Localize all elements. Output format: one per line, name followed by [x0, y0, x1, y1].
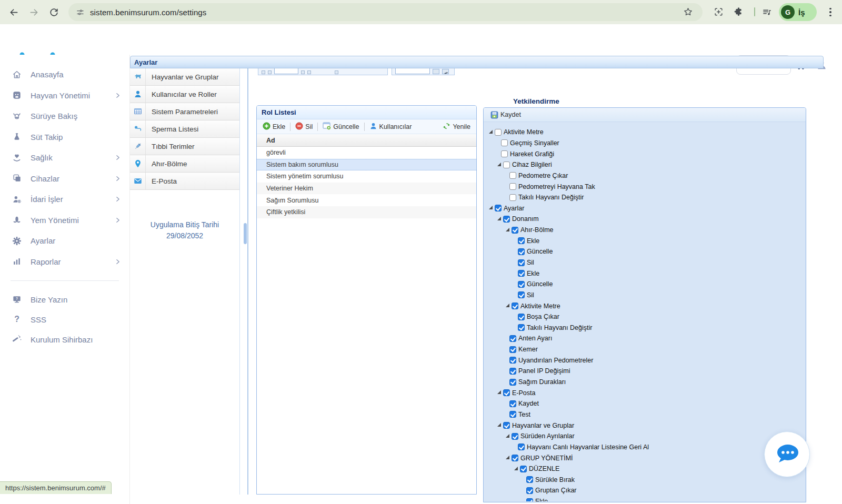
table-row[interactable]: görevli — [257, 147, 476, 159]
checkbox[interactable] — [503, 162, 510, 168]
tree-node-sil[interactable]: Sil — [485, 257, 805, 268]
tree-node-guncelle[interactable]: Güncelle — [485, 246, 805, 257]
screenshot-icon[interactable] — [714, 7, 724, 19]
tree-node-donanim[interactable]: Donanım — [485, 214, 805, 225]
pager-next-button[interactable] — [301, 70, 305, 74]
checkbox[interactable] — [512, 455, 518, 461]
checkbox[interactable] — [495, 205, 502, 211]
table-row[interactable]: Sistem yönetim sorumlusu — [257, 170, 476, 183]
expand-arrow-icon[interactable] — [489, 130, 493, 134]
checkbox[interactable] — [509, 400, 516, 407]
sidebar-item-bize-yazin[interactable]: ?Bize Yazın — [0, 289, 129, 309]
browser-reload-button[interactable] — [47, 6, 60, 18]
settings-menu-item-kullanicilar-ve-roller[interactable]: Kullanıcılar ve Roller — [130, 86, 239, 103]
sidebar-item-sss[interactable]: ?SSS — [0, 309, 129, 329]
browser-menu-icon[interactable] — [826, 6, 835, 18]
pager-page-input[interactable] — [274, 68, 298, 74]
tree-node-sagim-duraklari[interactable]: Sağım Durakları — [485, 377, 805, 388]
tree-node-pedometreyi-hayvana-tak[interactable]: Pedometreyi Hayvana Tak — [485, 181, 805, 192]
checkbox[interactable] — [509, 346, 516, 353]
refresh-button[interactable]: Yenile — [440, 121, 473, 133]
checkbox[interactable] — [509, 335, 516, 342]
checkbox[interactable] — [509, 411, 516, 418]
sidebar-item-idari-isler[interactable]: İdari İşler — [0, 189, 129, 210]
checkbox[interactable] — [501, 139, 508, 146]
sidebar-item-yem-yonetimi[interactable]: Yem Yönetimi — [0, 210, 129, 231]
scrollbar-thumb[interactable] — [244, 223, 247, 244]
reading-list-icon[interactable] — [762, 7, 772, 19]
expand-arrow-icon[interactable] — [497, 163, 501, 166]
search-input[interactable] — [395, 68, 430, 74]
tree-node-hareket-grafigi[interactable]: Hareket Grafiği — [485, 148, 805, 159]
tree-node-hayvanlar-ve-gruplar[interactable]: Hayvanlar ve Gruplar — [485, 420, 805, 431]
table-row[interactable]: Çiftlik yetkilisi — [257, 206, 476, 218]
table-row[interactable]: Sistem bakım sorumlusu — [257, 159, 476, 171]
guncelle-button[interactable]: Güncelle — [320, 120, 362, 133]
sidebar-item-ayarlar[interactable]: Ayarlar — [0, 230, 129, 251]
sidebar-item-kurulum-sihirbazi[interactable]: Kurulum Sihirbazı — [0, 329, 129, 349]
tree-node-ekle[interactable]: Ekle — [485, 268, 805, 279]
checkbox[interactable] — [518, 270, 525, 277]
browser-back-button[interactable] — [7, 6, 20, 18]
sidebar-item-anasayfa[interactable]: Anasayfa — [0, 64, 129, 85]
tree-node-surukle-birak[interactable]: Sürükle Bırak — [485, 475, 805, 486]
expand-arrow-icon[interactable] — [497, 217, 501, 220]
checkbox[interactable] — [509, 183, 516, 190]
sidebar-item-suruye-bakis[interactable]: Sürüye Bakış — [0, 106, 129, 127]
column-header-ad[interactable]: Ad — [257, 134, 476, 147]
checkbox[interactable] — [520, 466, 527, 472]
tree-node-ayarlar[interactable]: Ayarlar — [485, 203, 805, 214]
bookmark-star-icon[interactable] — [683, 7, 693, 19]
tree-node-cihaz-bilgileri[interactable]: Cihaz Bilgileri — [485, 159, 805, 170]
search-filter-button[interactable] — [442, 69, 449, 74]
checkbox[interactable] — [503, 389, 510, 396]
tree-node-takili-hayvani-degistir[interactable]: Takılı Hayvanı Değiştir — [485, 192, 805, 203]
checkbox[interactable] — [512, 303, 518, 309]
expand-arrow-icon[interactable] — [506, 456, 509, 459]
checkbox[interactable] — [518, 291, 525, 298]
tree-node-grup-yonetimi[interactable]: GRUP YÖNETİMİ — [485, 452, 805, 463]
tree-node-ahir-bolme[interactable]: Ahır-Bölme — [485, 225, 805, 236]
tree-node-uyandirilan-pedometreler[interactable]: Uyandırılan Pedometreler — [485, 355, 805, 366]
tree-node-ekle[interactable]: Ekle — [485, 235, 805, 246]
sidebar-item-hayvan-yonetimi[interactable]: Hayvan Yönetimi — [0, 85, 129, 106]
tree-node-anten-ayari[interactable]: Anten Ayarı — [485, 333, 805, 344]
settings-menu-item-ahir-bolme[interactable]: Ahır-Bölme — [130, 155, 239, 173]
checkbox[interactable] — [518, 281, 525, 288]
table-row[interactable]: Sağım Sorumlusu — [257, 194, 476, 206]
tree-node-gruptan-cikar[interactable]: Gruptan Çıkar — [485, 485, 805, 496]
expand-arrow-icon[interactable] — [489, 206, 493, 209]
tree-node-aktivite-metre[interactable]: Aktivite Metre — [485, 127, 805, 138]
chat-widget-button[interactable] — [764, 431, 810, 477]
checkbox[interactable] — [518, 443, 525, 450]
settings-menu-item-e-posta[interactable]: E-Posta — [130, 173, 239, 190]
tree-node-hayvani-canli-hayvanlar-listesine-geri-al[interactable]: Hayvanı Canlı Hayvanlar Listesine Geri A… — [485, 442, 805, 453]
checkbox[interactable] — [518, 248, 525, 255]
pager-last-button[interactable] — [307, 70, 311, 74]
ekle-button[interactable]: Ekle — [260, 121, 288, 133]
pager-prev-button[interactable] — [268, 70, 272, 74]
checkbox[interactable] — [526, 476, 533, 483]
tree-node-takili-hayvani-degistir[interactable]: Takılı Hayvanı Değiştir — [485, 322, 805, 334]
checkbox[interactable] — [503, 216, 510, 223]
tree-node-kemer[interactable]: Kemer — [485, 344, 805, 355]
tree-node-guncelle[interactable]: Güncelle — [485, 279, 805, 290]
tree-node-test[interactable]: Test — [485, 409, 805, 420]
sil-button[interactable]: Sil — [293, 121, 315, 133]
expand-arrow-icon[interactable] — [497, 390, 501, 394]
tree-node-aktivite-metre[interactable]: Aktivite Metre — [485, 300, 805, 311]
checkbox[interactable] — [512, 227, 518, 234]
tree-node-gecmis-sinyaller[interactable]: Geçmiş Sinyaller — [485, 138, 805, 149]
tree-node-e-posta[interactable]: E-Posta — [485, 387, 805, 398]
expand-arrow-icon[interactable] — [497, 423, 501, 427]
expand-arrow-icon[interactable] — [514, 467, 518, 470]
checkbox[interactable] — [512, 433, 518, 440]
extensions-puzzle-icon[interactable] — [734, 7, 744, 19]
checkbox[interactable] — [509, 194, 516, 201]
expand-arrow-icon[interactable] — [506, 228, 509, 231]
tree-node-kaydet[interactable]: Kaydet — [485, 398, 805, 409]
checkbox[interactable] — [518, 324, 525, 331]
settings-menu-item-tibbi-terimler[interactable]: Tıbbi Terimler — [130, 138, 239, 155]
checkbox[interactable] — [509, 357, 516, 364]
expand-arrow-icon[interactable] — [506, 304, 509, 307]
